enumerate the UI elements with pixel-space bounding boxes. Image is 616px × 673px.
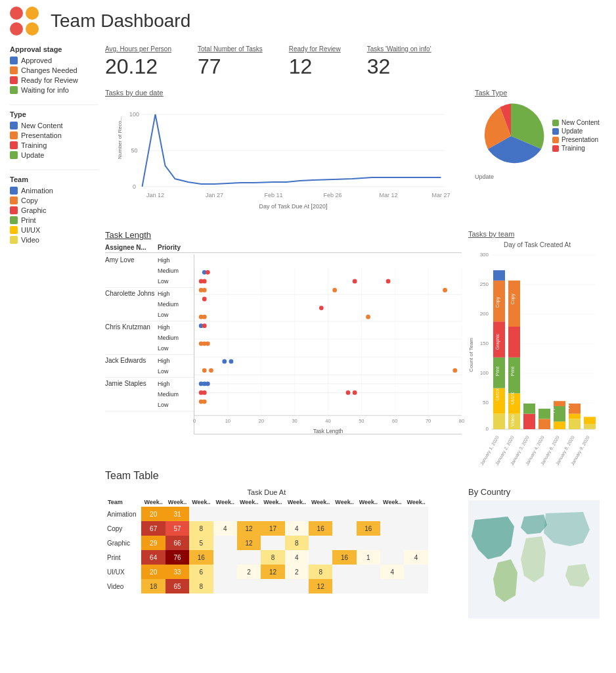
heatmap-cell: 4 (285, 521, 309, 536)
approved-dot (10, 57, 18, 64)
update-pie-dot (552, 128, 559, 135)
bar-anim-jan1 (493, 270, 505, 281)
training-label: Training (21, 141, 47, 149)
assignee-list: Amy Love High Medium Low (105, 254, 194, 434)
pie-label-update-text: Update (475, 174, 494, 180)
changes-label: Changes Needed (21, 66, 77, 74)
heatmap-cell (332, 521, 356, 536)
legend-item-video: Video (10, 236, 99, 244)
heatmap-cell (332, 536, 356, 550)
jack-priorities: High Low (158, 356, 194, 377)
approved-label: Approved (21, 57, 52, 64)
heatmap-team-label: Print (105, 550, 141, 565)
dot (346, 390, 351, 395)
content-area: Avg. Hours per Person 20.12 Total Number… (105, 45, 606, 630)
new-content-pie-dot (552, 120, 559, 126)
heatmap-cell (380, 579, 404, 593)
svg-text:Copy: Copy (565, 404, 570, 415)
heatmap-cell (285, 507, 309, 521)
heatmap-cell: 66 (165, 536, 189, 550)
legend-item-graphic: Graphic (10, 206, 99, 214)
svg-text:70: 70 (426, 418, 431, 424)
heatmap-cell (357, 565, 380, 579)
charolette-high: High (158, 289, 194, 299)
heatmap-cell: 65 (165, 579, 189, 593)
heatmap-cell (357, 507, 380, 521)
animation-label: Animation (21, 187, 53, 195)
heatmap-row: Video1865812 (105, 579, 428, 593)
graphic-label: Graphic (21, 206, 47, 214)
waiting-dot (10, 86, 18, 94)
bar-uiux-jan8 (569, 414, 581, 419)
week-header-7: Week.. (285, 498, 309, 507)
svg-text:100: 100 (129, 111, 139, 118)
chris-name: Chris Krutzman (105, 322, 158, 331)
team-col-header: Team (105, 498, 141, 507)
legend-item-copy: Copy (10, 197, 99, 204)
bar-print-jan4 (539, 409, 550, 419)
dot (353, 390, 357, 395)
bar-copy-jan8 (569, 404, 581, 414)
heatmap-cell (213, 536, 237, 550)
bar-video-jan8 (569, 419, 581, 429)
svg-text:Feb 26: Feb 26 (323, 192, 341, 198)
week-header-11: Week.. (380, 498, 404, 507)
svg-text:Number of Reco...: Number of Reco... (117, 116, 123, 159)
heatmap-cell (380, 536, 404, 550)
heatmap-cell: 16 (309, 521, 332, 536)
chris-low: Low (158, 343, 194, 354)
dot (206, 341, 210, 346)
heatmap-cell (404, 507, 428, 521)
week-header-10: Week.. (357, 498, 380, 507)
heatmap-row: Copy675784121741616 (105, 521, 428, 536)
heatmap-cell (213, 565, 237, 579)
heatmap-cell: 29 (141, 536, 165, 550)
presentation-dot (10, 131, 18, 139)
bar-video-jan1 (493, 414, 505, 429)
heatmap-cell (380, 521, 404, 536)
line-chart-title: Tasks by due date (105, 89, 468, 97)
svg-text:100: 100 (480, 370, 489, 376)
dot (209, 368, 213, 373)
heatmap-cell: 67 (141, 521, 165, 536)
heatmap-cell: 33 (165, 565, 189, 579)
bar-print-jan3 (523, 404, 535, 414)
amy-low: Low (158, 276, 194, 287)
logo (10, 7, 43, 35)
heatmap-cell: 8 (285, 536, 309, 550)
page-title: Team Dashboard (51, 11, 190, 32)
pie-legend-presentation: Presentation (552, 136, 600, 143)
presentation-pie-label: Presentation (561, 136, 598, 143)
heatmap-cell: 4 (380, 565, 404, 579)
svg-text:Video: Video (510, 415, 515, 427)
avg-hours-value: 20.12 (105, 55, 171, 79)
amy-medium: Medium (158, 266, 194, 276)
svg-text:50: 50 (483, 400, 489, 406)
stats-row: Avg. Hours per Person 20.12 Total Number… (105, 45, 606, 79)
heatmap-cell: 4 (213, 521, 237, 536)
dot (443, 288, 447, 292)
heatmap-cell: 2 (237, 565, 261, 579)
heatmap-cell: 20 (141, 565, 165, 579)
week-header-1: Week.. (141, 498, 165, 507)
waiting-value: 32 (367, 55, 431, 79)
heatmap-team-label: UI/UX (105, 565, 141, 579)
svg-text:UI/UX: UI/UX (510, 392, 515, 404)
svg-text:Mar 27: Mar 27 (431, 192, 450, 198)
heatmap-cell: 6 (189, 565, 213, 579)
dot (206, 382, 210, 386)
heatmap-cell: 16 (189, 550, 213, 565)
dot (202, 323, 207, 328)
heatmap-cell: 20 (141, 507, 165, 521)
amy-priorities: High Medium Low (158, 255, 194, 287)
bar-uiux-jan9 (584, 417, 596, 424)
new-content-pie-label: New Content (561, 119, 600, 126)
svg-text:Day of Task Due At [2020]: Day of Task Due At [2020] (259, 203, 328, 210)
svg-text:250: 250 (480, 281, 489, 287)
avg-hours-label: Avg. Hours per Person (105, 45, 171, 53)
heatmap-team-label: Animation (105, 507, 141, 521)
pie-legend-update: Update (552, 128, 600, 135)
svg-text:Print: Print (495, 367, 500, 376)
stat-total-tasks: Total Number of Tasks 77 (198, 45, 263, 79)
heatmap-cell (237, 507, 261, 521)
